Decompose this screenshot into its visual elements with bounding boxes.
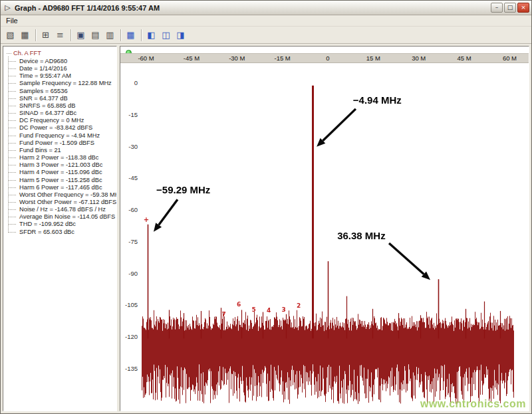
x-tick-label: -45 M [180,54,203,62]
tree-item[interactable]: Harm 6 Power = -117.465 dBc [13,184,115,191]
x-tick-label: 15 M [361,54,385,62]
tree-item[interactable]: DC Power = -83.842 dBFS [13,124,115,132]
y-tick-label: -135 [120,365,138,372]
y-tick-label: -105 [120,301,138,308]
tree-item[interactable]: SNR = 64.377 dB [13,95,115,102]
app-icon: ▷ [3,3,13,12]
y-tick-label: -90 [120,270,138,277]
tree-item[interactable]: Noise / Hz = -146.78 dBFS / Hz [13,206,115,213]
toolbar-separator [141,29,142,41]
toolbar-separator [70,29,71,41]
tree-item[interactable]: Fund Power = -1.509 dBFS [13,140,115,147]
y-tick-label: -75 [120,238,138,245]
x-tick-label: -30 M [225,54,249,62]
tree-item[interactable]: SFDR = 65.603 dBc [13,229,115,236]
y-tick-label: -30 [120,143,138,150]
tree-root[interactable]: Ch. A FFT [5,49,115,58]
toolbar-separator [120,29,121,41]
tree-item[interactable]: Sample Frequency = 122.88 MHz [13,80,115,87]
app-window: ▷ Graph - AD9680 FFT 1/14/2016 9:55:47 A… [0,0,532,414]
tree-item[interactable]: THD = -109.952 dBc [13,221,115,228]
grid-view-button[interactable]: ▦ [124,29,138,42]
tree-item[interactable]: Date = 1/14/2016 [13,65,115,72]
x-tick-label: 45 M [452,54,476,62]
tree-item[interactable]: SINAD = 64.377 dBc [13,110,115,117]
print-button[interactable]: ▤ [88,29,102,42]
maximize-button[interactable]: □ [504,3,516,13]
tree-connector [7,53,11,54]
watermark: www.cntronics.com [420,398,526,410]
tree-item[interactable]: Worst Other Frequency = -59.38 MHz [13,191,115,199]
tree-item[interactable]: SNRFS = 65.885 dB [13,102,115,110]
fft-canvas[interactable] [142,64,514,405]
save-button[interactable]: ▣ [74,29,88,42]
data-grid-button[interactable]: ▦ [18,29,32,42]
pane-split-button[interactable]: ◫ [159,29,173,42]
pane-right-button[interactable]: ◨ [174,29,188,42]
window-title: Graph - AD9680 FFT 1/14/2016 9:55:47 AM [13,4,489,12]
close-button[interactable]: × [517,3,529,13]
export-image-button[interactable]: ▧ [3,29,17,42]
x-tick-label: 60 M [497,54,521,62]
plot-panel: -60 M-45 M-30 M-15 M015 M30 M45 M60 M 0-… [120,46,529,411]
minimize-button[interactable]: – [491,3,503,13]
tree-root-label: Ch. A FFT [13,49,41,58]
x-tick-label: -15 M [271,54,295,62]
tree-item[interactable]: Samples = 65536 [13,88,115,95]
tree-item[interactable]: Average Bin Noise = -114.05 dBFS [13,213,115,221]
copy-button[interactable]: ▥ [103,29,117,42]
x-tick-label: 0 [316,54,340,62]
pane-left-button[interactable]: ◧ [144,29,158,42]
tree-item[interactable]: Worst Other Power = -67.112 dBFS [13,199,115,206]
toolbar: ▧▦⊞≡▣▤▥▦◧◫◨ [1,27,531,44]
tree-item[interactable]: DC Frequency = 0 MHz [13,117,115,124]
x-tick-label: 30 M [407,54,431,62]
toolbar-separator [35,29,36,41]
tree-item[interactable]: Harm 3 Power = -121.003 dBc [13,161,115,169]
x-axis: -60 M-45 M-30 M-15 M015 M30 M45 M60 M [120,53,529,63]
tree-item[interactable]: Fund Frequency = -4.94 MHz [13,132,115,140]
y-tick-label: -45 [120,174,138,181]
tree-item[interactable]: Harm 4 Power = -115.096 dBc [13,169,115,176]
tree-item[interactable]: Time = 9:55:47 AM [13,72,115,80]
menu-file[interactable]: File [1,16,23,25]
tree-item[interactable]: Fund Bins = 21 [13,147,115,154]
results-tree-panel: Ch. A FFT Device = AD9680Date = 1/14/201… [3,46,117,411]
tree-item[interactable]: Device = AD9680 [13,58,115,65]
x-tick-label: -60 M [134,54,158,62]
tree-item[interactable]: Harm 2 Power = -118.38 dBc [13,154,115,161]
tree-item[interactable]: Harm 5 Power = -115.258 dBc [13,177,115,184]
y-tick-label: -60 [120,206,138,213]
tree-items: Device = AD9680Date = 1/14/2016Time = 9:… [5,58,115,236]
y-tick-label: -120 [120,333,138,340]
text-labels-button[interactable]: ≡ [53,29,67,42]
y-tick-label: -15 [120,111,138,118]
menu-bar: File [1,15,531,27]
y-tick-label: 0 [120,79,138,86]
content-area: Ch. A FFT Device = AD9680Date = 1/14/201… [1,44,531,413]
title-bar[interactable]: ▷ Graph - AD9680 FFT 1/14/2016 9:55:47 A… [1,1,531,15]
y-axis: 0-15-30-45-60-75-90-105-120-135 [120,64,140,411]
graph-setup-button[interactable]: ⊞ [39,29,53,42]
